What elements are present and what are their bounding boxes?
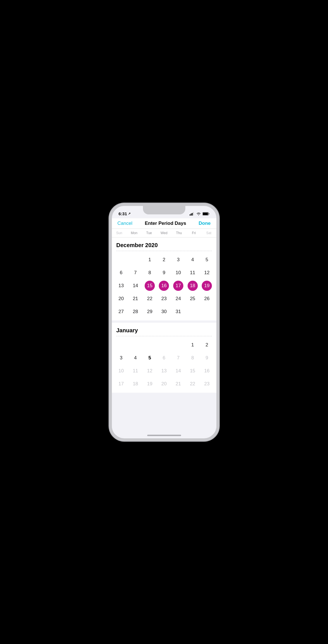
day-cell-dec-19[interactable]: 19 <box>200 279 214 292</box>
day-cell-dec-20[interactable]: 20 <box>114 292 129 305</box>
status-icons <box>190 212 210 216</box>
day-headers-row: Sun Mon Tue Wed Thu Fri Sat <box>112 229 216 238</box>
day-cell-dec-5[interactable]: 5 <box>200 253 214 266</box>
day-cell-dec-22[interactable]: 22 <box>143 292 157 305</box>
month-title-december: December 2020 <box>114 242 214 251</box>
day-cell-jan-5[interactable]: 5 <box>143 351 157 364</box>
day-cell <box>200 305 214 318</box>
cancel-button[interactable]: Cancel <box>118 221 132 226</box>
day-cell-dec-11[interactable]: 11 <box>185 266 200 279</box>
day-header-fri: Fri <box>186 230 201 236</box>
day-cell <box>185 305 200 318</box>
day-cell-jan-10[interactable]: 10 <box>114 364 129 377</box>
day-cell-jan-18[interactable]: 18 <box>128 377 143 390</box>
day-cell-dec-29[interactable]: 29 <box>143 305 157 318</box>
january-grid: 1 2 3 4 5 6 7 8 9 10 11 12 13 14 15 16 1… <box>114 339 214 390</box>
day-cell-jan-7[interactable]: 7 <box>171 351 186 364</box>
day-cell-dec-25[interactable]: 25 <box>185 292 200 305</box>
notch <box>143 206 185 214</box>
done-button[interactable]: Done <box>199 221 211 226</box>
december-grid: 1 2 3 4 5 6 7 8 9 10 11 12 13 14 15 16 1… <box>114 253 214 318</box>
day-cell-jan-8[interactable]: 8 <box>185 351 200 364</box>
day-header-sun: Sun <box>112 230 127 236</box>
svg-rect-2 <box>192 213 193 216</box>
day-cell <box>157 339 171 351</box>
month-title-january: January <box>114 327 214 336</box>
day-cell <box>143 339 157 351</box>
day-cell-jan-23[interactable]: 23 <box>200 377 214 390</box>
day-cell-jan-15[interactable]: 15 <box>185 364 200 377</box>
day-cell-dec-13[interactable]: 13 <box>114 279 129 292</box>
phone-frame: 6:31 ↗ Cance <box>109 203 219 441</box>
month-divider-december <box>116 251 212 251</box>
day-header-wed: Wed <box>157 230 171 236</box>
svg-rect-1 <box>191 214 192 216</box>
day-cell-dec-4[interactable]: 4 <box>185 253 200 266</box>
day-header-sat: Sat <box>201 230 216 236</box>
day-cell-dec-17[interactable]: 17 <box>171 279 186 292</box>
day-cell-dec-31[interactable]: 31 <box>171 305 186 318</box>
day-cell-dec-30[interactable]: 30 <box>157 305 171 318</box>
month-divider-january <box>116 336 212 336</box>
day-cell-jan-22[interactable]: 22 <box>185 377 200 390</box>
day-cell-dec-14[interactable]: 14 <box>128 279 143 292</box>
day-cell <box>128 339 143 351</box>
day-cell-jan-21[interactable]: 21 <box>171 377 186 390</box>
day-cell-jan-4[interactable]: 4 <box>128 351 143 364</box>
day-cell-jan-19[interactable]: 19 <box>143 377 157 390</box>
location-icon: ↗ <box>128 212 131 216</box>
month-december: December 2020 1 2 3 4 5 6 7 8 9 10 11 12 <box>112 238 216 320</box>
day-cell <box>114 339 129 351</box>
day-cell-dec-28[interactable]: 28 <box>128 305 143 318</box>
day-cell-dec-24[interactable]: 24 <box>171 292 186 305</box>
day-cell-dec-6[interactable]: 6 <box>114 266 129 279</box>
day-cell-dec-8[interactable]: 8 <box>143 266 157 279</box>
day-cell-dec-7[interactable]: 7 <box>128 266 143 279</box>
day-cell-dec-12[interactable]: 12 <box>200 266 214 279</box>
battery-icon <box>203 212 210 216</box>
day-cell-jan-20[interactable]: 20 <box>157 377 171 390</box>
day-cell-dec-23[interactable]: 23 <box>157 292 171 305</box>
day-cell-jan-3[interactable]: 3 <box>114 351 129 364</box>
day-cell-dec-9[interactable]: 9 <box>157 266 171 279</box>
day-cell-jan-13[interactable]: 13 <box>157 364 171 377</box>
day-cell-dec-1[interactable]: 1 <box>143 253 157 266</box>
home-indicator <box>147 435 181 436</box>
day-cell-jan-11[interactable]: 11 <box>128 364 143 377</box>
svg-rect-0 <box>190 214 190 216</box>
day-cell-jan-6[interactable]: 6 <box>157 351 171 364</box>
day-header-mon: Mon <box>127 230 142 236</box>
day-cell-jan-16[interactable]: 16 <box>200 364 214 377</box>
day-header-thu: Thu <box>171 230 186 236</box>
day-cell <box>114 253 129 266</box>
signal-icon <box>190 212 195 216</box>
day-cell <box>171 339 186 351</box>
day-cell-dec-15[interactable]: 15 <box>143 279 157 292</box>
day-cell-dec-16[interactable]: 16 <box>157 279 171 292</box>
page-title: Enter Period Days <box>145 221 186 226</box>
day-cell-jan-2[interactable]: 2 <box>200 339 214 351</box>
day-cell-dec-21[interactable]: 21 <box>128 292 143 305</box>
day-cell-jan-17[interactable]: 17 <box>114 377 129 390</box>
day-cell-dec-26[interactable]: 26 <box>200 292 214 305</box>
day-header-tue: Tue <box>142 230 157 236</box>
day-cell-jan-14[interactable]: 14 <box>171 364 186 377</box>
day-cell-dec-2[interactable]: 2 <box>157 253 171 266</box>
day-cell-dec-3[interactable]: 3 <box>171 253 186 266</box>
svg-rect-5 <box>203 213 208 215</box>
status-time: 6:31 ↗ <box>119 211 131 216</box>
day-cell-dec-27[interactable]: 27 <box>114 305 129 318</box>
month-january: January 1 2 3 4 5 6 7 8 9 10 <box>112 323 216 393</box>
nav-bar: Cancel Enter Period Days Done <box>112 218 216 229</box>
day-cell-jan-12[interactable]: 12 <box>143 364 157 377</box>
wifi-icon <box>196 212 201 216</box>
day-cell-jan-1[interactable]: 1 <box>185 339 200 351</box>
svg-rect-3 <box>193 212 194 216</box>
day-cell <box>128 253 143 266</box>
day-cell-dec-18[interactable]: 18 <box>185 279 200 292</box>
calendar-scroll[interactable]: December 2020 1 2 3 4 5 6 7 8 9 10 11 12 <box>112 238 216 434</box>
day-cell-dec-10[interactable]: 10 <box>171 266 186 279</box>
day-cell-jan-9[interactable]: 9 <box>200 351 214 364</box>
time-display: 6:31 <box>119 211 127 216</box>
